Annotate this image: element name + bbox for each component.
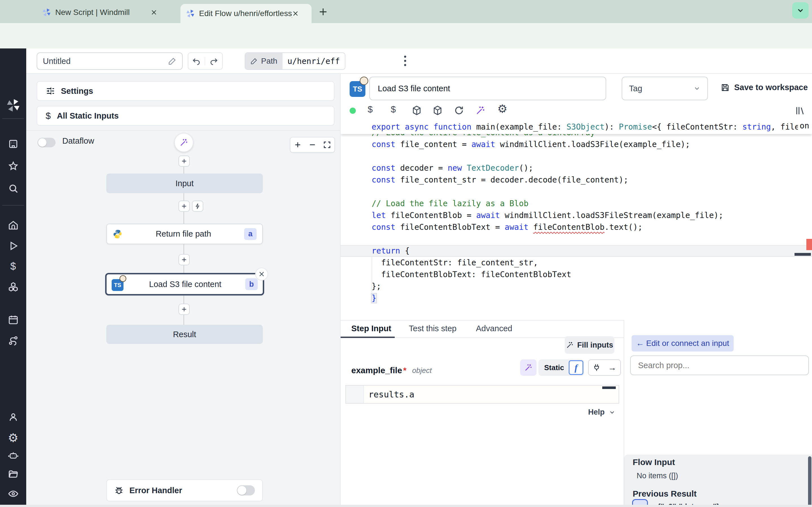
arrow-right-icon[interactable]: → — [608, 363, 617, 372]
flow-node-step-a[interactable]: Return file path a — [106, 224, 263, 244]
flow-edge — [184, 315, 184, 325]
wrapped-fragment: on — [798, 121, 809, 130]
code-line[interactable]: let fileContentBlob = await windmillClie… — [341, 210, 812, 221]
expr-editor[interactable]: results.a — [345, 385, 619, 404]
tag-select[interactable]: Tag — [622, 76, 708, 100]
chrome-panel-chevron-button[interactable] — [792, 2, 809, 18]
tab-title: New Script | Windmill — [55, 8, 148, 17]
browser-tab-inactive[interactable]: New Script | Windmill — [42, 4, 172, 21]
reload-script-icon[interactable] — [454, 105, 464, 115]
sidebar-item-settings-gear-icon[interactable]: ⚙ — [0, 431, 26, 445]
fill-inputs-button[interactable]: Fill inputs — [565, 336, 614, 354]
help-toggle[interactable]: Help — [588, 408, 615, 416]
language-status-dot — [350, 108, 356, 114]
sidebar-item-variables[interactable]: $ — [0, 261, 26, 272]
sidebar-item-routes[interactable] — [0, 335, 26, 346]
sidebar-item-home[interactable] — [0, 220, 26, 230]
sidebar-item-workspace[interactable] — [0, 138, 26, 149]
sidebar-item-audit-eye-icon[interactable] — [0, 489, 26, 499]
flow-node-input[interactable]: Input — [106, 173, 263, 193]
zoom-in-icon[interactable] — [294, 140, 302, 149]
more-options-icon[interactable] — [400, 53, 411, 69]
code-line[interactable]: const file_content_str = decoder.decode(… — [341, 174, 812, 186]
tab-step-input[interactable]: Step Input — [351, 324, 391, 333]
add-step-button[interactable] — [179, 254, 190, 265]
flow-name-input[interactable]: Untitled — [37, 52, 183, 70]
path-label-chip: Path — [245, 53, 283, 69]
library-icon[interactable] — [795, 105, 805, 116]
redo-icon[interactable] — [205, 57, 222, 65]
fit-view-icon[interactable] — [323, 140, 331, 149]
flow-edge — [184, 193, 184, 201]
sidebar-item-folders[interactable] — [0, 469, 26, 480]
path-group[interactable]: Path u/henri/eff — [245, 52, 345, 70]
add-trigger-lightning-icon[interactable] — [192, 201, 203, 212]
sidebar-item-schedules[interactable] — [0, 314, 26, 325]
ai-wand-icon[interactable] — [475, 105, 486, 115]
package-icon[interactable] — [412, 105, 422, 115]
sidebar-item-resources[interactable] — [0, 281, 26, 292]
javascript-expr-mode-button[interactable]: f — [569, 360, 583, 375]
sidebar-item-workers-robot-icon[interactable] — [0, 450, 26, 461]
code-line[interactable]: }; — [341, 281, 812, 292]
add-step-button[interactable] — [179, 156, 190, 167]
field-ai-wand-button[interactable] — [520, 359, 537, 376]
typescript-bun-icon: TS — [350, 79, 368, 97]
zoom-out-icon[interactable] — [308, 140, 317, 149]
code-line[interactable]: const file_content = await windmillClien… — [341, 138, 812, 151]
all-static-inputs-button[interactable]: $ All Static Inputs — [37, 106, 335, 126]
save-to-workspace-button[interactable]: Save to workspace — [721, 83, 808, 92]
sidebar-item-runs[interactable] — [0, 240, 26, 251]
code-line[interactable]: // Load the file lazily as a Blob — [341, 198, 812, 210]
package-icon[interactable] — [433, 105, 443, 115]
remove-step-button[interactable] — [255, 268, 268, 281]
error-handler-row[interactable]: Error Handler — [106, 480, 263, 501]
plug-icon[interactable] — [593, 363, 601, 372]
flow-node-step-b-selected[interactable]: TS Load S3 file content b — [105, 273, 264, 295]
search-icon[interactable] — [0, 183, 26, 194]
flow-node-result[interactable]: Result — [106, 325, 263, 344]
dollar-icon: $ — [46, 111, 51, 121]
prop-scrollbar-thumb[interactable] — [808, 456, 811, 507]
editor-scrollbar-thumb[interactable] — [795, 253, 811, 256]
step-title-input[interactable]: Load S3 file content — [369, 76, 606, 100]
undo-icon[interactable] — [188, 57, 205, 65]
code-line[interactable] — [341, 233, 812, 245]
code-line[interactable] — [341, 186, 812, 198]
add-step-button[interactable] — [179, 201, 190, 212]
code-line[interactable]: fileContentBlobText: fileContentBlobText — [341, 269, 812, 281]
windmill-logo-icon[interactable] — [0, 99, 26, 112]
code-line[interactable] — [341, 151, 812, 162]
static-mode-label[interactable]: Static — [544, 363, 564, 372]
add-step-button[interactable] — [179, 304, 190, 315]
variables-dollar-icon[interactable]: $ — [368, 104, 373, 115]
edit-or-connect-button[interactable]: ← Edit or connect an input — [631, 335, 733, 351]
resources-dollar-icon[interactable]: $ — [391, 104, 396, 115]
undo-redo-group — [188, 52, 223, 70]
flow-settings-button[interactable]: Settings — [37, 81, 335, 101]
sidebar-item-users[interactable] — [0, 412, 26, 422]
editor-settings-gear-icon[interactable]: ⚙ — [497, 103, 507, 115]
pencil-icon[interactable] — [168, 57, 176, 65]
tab-advanced[interactable]: Advanced — [476, 324, 512, 333]
new-tab-icon[interactable] — [318, 7, 328, 17]
expr-value: results.a — [364, 390, 414, 399]
close-icon[interactable] — [292, 10, 299, 17]
browser-tabstrip: New Script | Windmill Edit Flow u/henri/… — [0, 0, 812, 23]
tab-test-this-step[interactable]: Test this step — [409, 324, 456, 333]
expr-scrollbar-thumb[interactable] — [602, 386, 616, 389]
code-line[interactable]: const fileContentBlobText = await fileCo… — [341, 221, 812, 233]
close-icon[interactable] — [151, 9, 157, 16]
dataflow-toggle[interactable] — [38, 138, 56, 147]
flow-ai-wand-button[interactable] — [174, 133, 193, 152]
flow-edge — [184, 265, 184, 273]
code-line[interactable]: return { — [341, 245, 812, 257]
code-line[interactable]: const decoder = new TextDecoder(); — [341, 162, 812, 174]
error-handler-toggle[interactable] — [237, 485, 255, 496]
code-line[interactable]: fileContentStr: file_content_str, — [341, 257, 812, 269]
browser-tab-active[interactable]: Edit Flow u/henri/effortless_fl — [181, 4, 312, 23]
code-editor[interactable]: export async function main(example_file:… — [341, 121, 812, 320]
code-line[interactable]: } — [341, 292, 812, 304]
sidebar-item-favorites[interactable] — [0, 161, 26, 172]
search-prop-input[interactable] — [630, 355, 809, 375]
